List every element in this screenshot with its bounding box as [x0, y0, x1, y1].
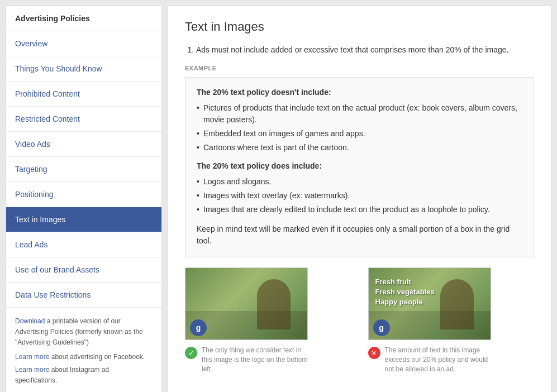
page-title: Text in Images — [185, 20, 534, 34]
good-image-caption: ✓ The only thing we consider text in thi… — [185, 346, 308, 374]
overlay-text: Fresh fruitFresh vegetablesHappy people — [375, 277, 435, 308]
policy-item-1: Ads must not include added or excessive … — [185, 44, 534, 56]
bad-image-block: Fresh fruitFresh vegetablesHappy people … — [368, 267, 535, 374]
sidebar-item-overview[interactable]: Overview — [6, 31, 161, 56]
example-label: EXAMPLE — [185, 65, 534, 71]
does-include-heading: The 20% text policy does include: — [197, 161, 522, 170]
sidebar: Advertising Policies OverviewThings You … — [6, 6, 162, 392]
sidebar-item-text-in-images[interactable]: Text in Images — [6, 207, 161, 232]
learn-more-facebook-text: about advertising on Facebook. — [49, 353, 145, 361]
policy-rule-1: Ads must not include added or excessive … — [196, 44, 534, 56]
sidebar-item-data-use-restrictions[interactable]: Data Use Restrictions — [6, 283, 161, 308]
sidebar-item-video-ads[interactable]: Video Ads — [6, 132, 161, 157]
main-content: Text in Images Ads must not include adde… — [168, 6, 551, 392]
sidebar-item-lead-ads[interactable]: Lead Ads — [6, 232, 161, 257]
logo-badge-bad: g — [373, 319, 390, 336]
sidebar-title: Advertising Policies — [6, 6, 161, 31]
example-box: The 20% text policy doesn't include: Pic… — [185, 77, 534, 257]
x-icon: ✕ — [368, 347, 380, 359]
sidebar-footer: Download a printable version of our Adve… — [6, 308, 161, 392]
check-icon: ✓ — [185, 347, 197, 359]
learn-more-facebook-link[interactable]: Learn more — [15, 353, 49, 361]
list-item: Pictures of products that include text o… — [197, 101, 522, 127]
sidebar-item-positioning[interactable]: Positioning — [6, 182, 161, 207]
learn-more-instagram-link[interactable]: Learn more — [15, 366, 49, 374]
grid-note: Keep in mind text will be marked even if… — [197, 223, 522, 247]
does-include-list: Logos and slogans.Images with text overl… — [197, 175, 522, 217]
good-caption-text: The only thing we consider text in this … — [202, 346, 308, 374]
bad-image-caption: ✕ The amount of text in this image excee… — [368, 346, 491, 374]
bad-image: Fresh fruitFresh vegetablesHappy people … — [368, 267, 491, 340]
list-item: Logos and slogans. — [197, 175, 522, 189]
list-item: Embedded text on images of games and app… — [197, 127, 522, 141]
sidebar-item-things-you-should-know[interactable]: Things You Should Know — [6, 56, 161, 82]
list-item: Images that are clearly edited to includ… — [197, 203, 522, 217]
good-image: g — [185, 267, 308, 340]
bad-caption-text: The amount of text in this image exceeds… — [385, 346, 491, 374]
sidebar-item-targeting[interactable]: Targeting — [6, 157, 161, 182]
download-link[interactable]: Download — [15, 317, 45, 325]
sidebar-item-prohibited-content[interactable]: Prohibited Content — [6, 82, 161, 107]
not-include-heading: The 20% text policy doesn't include: — [197, 88, 522, 97]
sidebar-item-use-of-our-brand-assets[interactable]: Use of our Brand Assets — [6, 257, 161, 283]
list-item: Cartoons where text is part of the carto… — [197, 141, 522, 155]
logo-badge-good: g — [190, 319, 207, 336]
sidebar-item-restricted-content[interactable]: Restricted Content — [6, 107, 161, 132]
images-row: g ✓ The only thing we consider text in t… — [185, 267, 534, 374]
good-image-block: g ✓ The only thing we consider text in t… — [185, 267, 351, 374]
not-include-list: Pictures of products that include text o… — [197, 101, 522, 155]
list-item: Images with text overlay (ex: watermarks… — [197, 189, 522, 203]
